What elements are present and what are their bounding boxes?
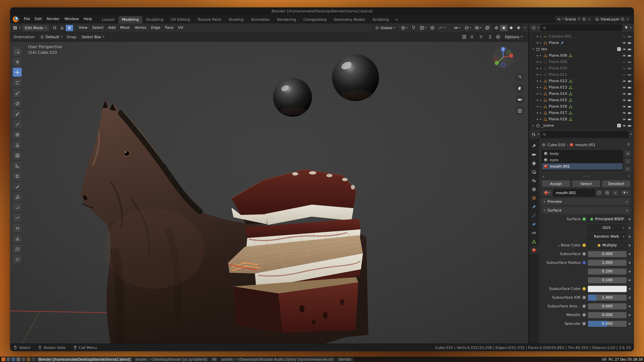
disable-render-toggle[interactable] xyxy=(628,66,632,70)
outliner-row[interactable]: ▸ Plane.015 xyxy=(529,97,634,103)
animate-decorator[interactable] xyxy=(629,297,631,299)
outliner-row[interactable]: ▸ Plane.017 xyxy=(529,110,634,116)
chevron-down-icon[interactable]: ▾ xyxy=(630,26,632,29)
outliner-row[interactable]: ▸ Plane.008 xyxy=(529,52,634,59)
tool-button[interactable] xyxy=(13,88,22,98)
animate-decorator[interactable] xyxy=(629,236,631,238)
tool-button[interactable] xyxy=(13,161,22,170)
workspace-tab[interactable]: Shading xyxy=(225,16,248,23)
collection-checkbox[interactable]: ✓ xyxy=(617,47,621,51)
new-scene-icon[interactable] xyxy=(582,17,586,21)
tab-output[interactable] xyxy=(530,159,539,167)
disclosure-arrow[interactable]: ▸ xyxy=(539,35,542,38)
blender-logo-icon[interactable] xyxy=(13,16,19,22)
taskbar-launcher-icon[interactable] xyxy=(11,357,15,361)
menu-item[interactable]: Render xyxy=(44,16,62,22)
outliner-editor-icon[interactable] xyxy=(531,25,536,30)
negative-z-handle[interactable] xyxy=(501,63,505,67)
material-name-field[interactable]: mouth.001 xyxy=(553,189,595,196)
hide-viewport-toggle[interactable] xyxy=(622,79,626,83)
snapping-dropdown[interactable]: ▾ xyxy=(419,25,427,31)
base-color-node-button[interactable]: Multiply xyxy=(588,242,627,249)
drag-grip-icon[interactable]: ┄┄┄┄ xyxy=(583,175,590,178)
hide-viewport-toggle[interactable] xyxy=(622,41,626,45)
tab-particles[interactable] xyxy=(530,212,539,219)
outliner-row[interactable]: ▸ Plane.012 xyxy=(529,78,634,84)
animate-decorator[interactable] xyxy=(629,218,631,220)
hide-viewport-toggle[interactable] xyxy=(622,105,626,109)
chevron-down-icon[interactable]: ▾ xyxy=(628,175,630,178)
tab-render[interactable] xyxy=(530,150,539,158)
mode-dropdown[interactable]: Edit Mode ▾ xyxy=(22,24,49,32)
camera-view-button[interactable] xyxy=(516,95,524,104)
tab-constraints[interactable] xyxy=(530,229,539,237)
browse-material-button[interactable]: ▾ xyxy=(542,189,552,196)
material-slot[interactable]: body xyxy=(542,150,623,157)
transform-orientation-dropdown[interactable]: Global ▾ xyxy=(372,24,398,32)
xray-toggle[interactable] xyxy=(484,25,491,31)
chevron-down-icon[interactable]: ▾ xyxy=(524,26,526,29)
disclosure-arrow[interactable]: ▸ xyxy=(539,111,542,114)
unlink-scene-icon[interactable] xyxy=(587,17,591,21)
editor-type-icon[interactable] xyxy=(13,25,17,30)
tool-button[interactable] xyxy=(13,192,22,201)
disclosure-arrow[interactable]: ▸ xyxy=(539,54,542,57)
material-slot[interactable]: eyes xyxy=(542,157,623,163)
disable-render-toggle[interactable] xyxy=(628,111,632,115)
surface-shader-button[interactable]: Principled BSDF xyxy=(588,216,627,223)
disclosure-arrow[interactable]: ▸ xyxy=(539,105,542,108)
disclosure-arrow[interactable]: ▸ xyxy=(539,118,542,121)
viewport-menu-item[interactable]: Mesh xyxy=(118,24,132,31)
chevron-down-icon[interactable]: ▾ xyxy=(630,133,632,136)
vertex-select-button[interactable] xyxy=(51,25,58,31)
taskbar-window-button[interactable]: 48 xyxy=(210,357,218,362)
tool-button[interactable] xyxy=(13,182,22,191)
breadcrumb-material[interactable]: mouth.001 xyxy=(575,143,595,147)
hide-viewport-toggle[interactable] xyxy=(622,47,626,51)
radius-z-field[interactable]: 0.100 xyxy=(588,277,627,284)
tool-button[interactable] xyxy=(13,224,22,233)
remove-viewlayer-icon[interactable] xyxy=(626,17,630,21)
tool-button[interactable] xyxy=(13,120,22,129)
material-specials-button[interactable]: ▾ xyxy=(620,189,631,196)
disclosure-arrow[interactable]: ▾ xyxy=(532,48,535,51)
disable-render-toggle[interactable] xyxy=(628,92,632,96)
tool-button[interactable] xyxy=(13,109,22,118)
ortho-toggle-button[interactable] xyxy=(516,107,524,115)
subsurface-slider[interactable]: 0.000 xyxy=(588,251,627,257)
workspace-tab[interactable]: Rendering xyxy=(273,16,300,23)
workspace-tab[interactable]: Geometry Nodes xyxy=(330,16,369,23)
workspace-tab[interactable]: Compositing xyxy=(300,16,330,23)
collection-checkbox[interactable]: ✓ xyxy=(617,124,621,127)
subsurface-color-swatch[interactable] xyxy=(588,286,627,292)
workspace-tab[interactable]: UV Editing xyxy=(167,16,194,23)
outliner-search-input[interactable] xyxy=(548,25,620,30)
tool-button[interactable] xyxy=(13,47,22,56)
outliner-row[interactable]: ▸ Plane xyxy=(529,40,634,46)
disclosure-arrow[interactable]: ▸ xyxy=(539,60,542,63)
workspace-tab[interactable]: Layout xyxy=(98,16,118,23)
face-select-button[interactable] xyxy=(66,25,73,31)
tool-button[interactable] xyxy=(13,234,22,243)
disable-render-toggle[interactable] xyxy=(628,35,632,39)
hide-viewport-toggle[interactable] xyxy=(622,92,626,96)
workspace-tab[interactable]: Sculpting xyxy=(143,16,167,23)
disable-render-toggle[interactable] xyxy=(628,54,632,58)
disable-render-toggle[interactable] xyxy=(628,105,632,109)
disable-render-toggle[interactable] xyxy=(628,41,632,45)
breadcrumb-object[interactable]: Cube.010 xyxy=(547,143,565,147)
mirror-z-toggle[interactable]: Z xyxy=(487,34,494,40)
pivot-point-button[interactable]: ▾ xyxy=(400,25,409,31)
select-button[interactable]: Select xyxy=(572,180,601,187)
overlays-dropdown[interactable]: ▾ xyxy=(474,25,482,31)
tab-scene[interactable] xyxy=(530,177,539,184)
properties-editor-icon[interactable] xyxy=(531,132,536,137)
animate-decorator[interactable] xyxy=(629,305,631,307)
hide-viewport-toggle[interactable] xyxy=(622,73,626,77)
properties-search[interactable] xyxy=(541,131,629,138)
hide-viewport-toggle[interactable] xyxy=(622,117,626,121)
animate-decorator[interactable] xyxy=(629,253,631,255)
outliner-row[interactable]: ▸ Plane.010 xyxy=(529,65,634,71)
tab-view-layer[interactable] xyxy=(530,168,539,176)
disclosure-arrow[interactable]: ▸ xyxy=(539,86,542,89)
